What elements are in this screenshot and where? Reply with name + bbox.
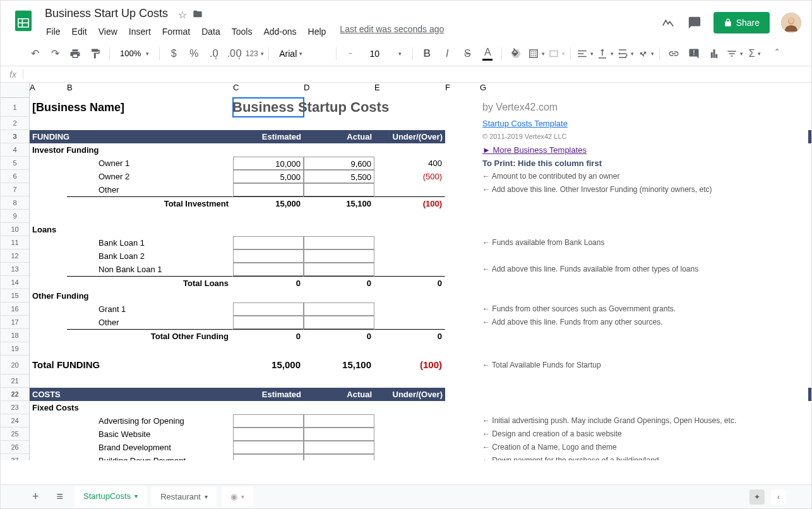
col-E[interactable]: E (374, 83, 445, 98)
format-123-dropdown[interactable]: 123 (246, 45, 263, 63)
font-dropdown[interactable]: Arial (274, 46, 331, 61)
menu-help[interactable]: Help (303, 24, 331, 39)
row-18[interactable]: 18 (1, 329, 30, 342)
row-12[interactable]: 12 (1, 249, 30, 263)
row-6[interactable]: 6 (1, 170, 30, 183)
functions-icon[interactable]: Σ (746, 45, 763, 63)
fill-color-icon[interactable] (507, 45, 525, 63)
redo-icon[interactable]: ↷ (46, 45, 64, 63)
add-sheet-button[interactable]: + (26, 486, 45, 507)
menu-edit[interactable]: Edit (67, 24, 92, 39)
menubar: File Edit View Insert Format Data Tools … (41, 24, 660, 39)
font-size-increase[interactable] (390, 45, 407, 63)
cell-A1[interactable]: [Business Name] (30, 98, 67, 117)
doc-title[interactable]: Business Start Up Costs (41, 6, 172, 21)
borders-icon[interactable] (527, 45, 545, 63)
menu-view[interactable]: View (93, 24, 122, 39)
avatar[interactable] (781, 13, 801, 33)
col-A[interactable]: A (30, 83, 67, 98)
activity-icon[interactable] (660, 15, 676, 30)
row-26[interactable]: 26 (1, 441, 30, 454)
sheets-logo[interactable] (11, 8, 36, 33)
row-13[interactable]: 13 (1, 263, 30, 276)
chart-icon[interactable] (705, 45, 723, 63)
menu-data[interactable]: Data (196, 24, 225, 39)
sheet-tab-startupcosts[interactable]: StartupCosts▾ (75, 486, 146, 507)
star-icon[interactable]: ☆ (178, 9, 187, 20)
col-G[interactable]: G (480, 83, 808, 98)
col-B[interactable]: B (67, 83, 233, 98)
row-15[interactable]: 15 (1, 289, 30, 302)
link-icon[interactable] (665, 45, 683, 63)
cell-G1[interactable]: by Vertex42.com (480, 98, 808, 117)
bold-icon[interactable]: B (418, 45, 436, 63)
cell-funding[interactable]: FUNDING (30, 130, 67, 143)
row-7[interactable]: 7 (1, 183, 30, 196)
col-F[interactable]: F (445, 83, 480, 98)
merge-cells-icon[interactable] (547, 45, 565, 63)
expand-toolbar-icon[interactable]: ˆ (768, 45, 786, 63)
share-button[interactable]: Share (713, 12, 770, 33)
zoom-dropdown[interactable]: 100% (115, 46, 154, 61)
percent-icon[interactable]: % (185, 45, 203, 63)
strikethrough-icon[interactable]: S (458, 45, 476, 63)
rotate-icon[interactable] (636, 45, 654, 63)
print-icon[interactable] (66, 45, 84, 63)
row-16[interactable]: 16 (1, 302, 30, 316)
row-23[interactable]: 23 (1, 401, 30, 414)
row-20[interactable]: 20 (1, 356, 30, 374)
valign-icon[interactable] (596, 45, 614, 63)
sheet-tab-extra[interactable]: ◉▾ (222, 487, 253, 506)
menu-tools[interactable]: Tools (227, 24, 258, 39)
explore-icon[interactable]: ✦ (749, 489, 765, 505)
text-color-icon[interactable]: A (479, 45, 496, 63)
row-1[interactable]: 1 (1, 98, 30, 117)
all-sheets-button[interactable]: ≡ (51, 486, 70, 507)
edit-status[interactable]: Last edit was seconds ago (340, 24, 444, 39)
currency-icon[interactable]: $ (165, 45, 182, 63)
row-2[interactable]: 2 (1, 117, 30, 130)
undo-icon[interactable]: ↶ (26, 45, 44, 63)
col-D[interactable]: D (304, 83, 374, 98)
select-all-corner[interactable] (1, 83, 30, 98)
italic-icon[interactable]: I (438, 45, 456, 63)
sheet-tab-restaurant[interactable]: Restaurant▾ (152, 487, 217, 506)
row-10[interactable]: 10 (1, 223, 30, 236)
row-27[interactable]: 27 (1, 454, 30, 460)
svg-point-6 (789, 17, 794, 23)
spreadsheet-grid: A B C D E F G 1 [Business Name] Business… (1, 83, 811, 460)
row-24[interactable]: 24 (1, 414, 30, 428)
row-21[interactable]: 21 (1, 374, 30, 388)
row-22[interactable]: 22 (1, 388, 30, 401)
row-17[interactable]: 17 (1, 316, 30, 329)
decrease-decimal-icon[interactable]: .0̩ (205, 45, 223, 63)
row-19[interactable]: 19 (1, 342, 30, 356)
row-4[interactable]: 4 (1, 143, 30, 157)
menu-format[interactable]: Format (157, 24, 195, 39)
wrap-icon[interactable] (616, 45, 634, 63)
more-templates-link[interactable]: ► More Business Templates (480, 143, 808, 157)
move-folder-icon[interactable] (193, 10, 203, 21)
row-5[interactable]: 5 (1, 157, 30, 170)
row-14[interactable]: 14 (1, 276, 30, 289)
halign-icon[interactable] (576, 45, 594, 63)
row-8[interactable]: 8 (1, 196, 30, 210)
col-C[interactable]: C (233, 83, 304, 98)
row-9[interactable]: 9 (1, 210, 30, 223)
font-size-decrease[interactable]: − (342, 45, 359, 63)
row-25[interactable]: 25 (1, 428, 30, 441)
cell-C1[interactable]: Business Startup Costs (233, 98, 304, 117)
comment-icon[interactable] (685, 45, 703, 63)
font-size-input[interactable]: 10 (362, 46, 387, 61)
row-11[interactable]: 11 (1, 236, 30, 249)
template-link[interactable]: Startup Costs Template (480, 117, 808, 130)
paint-format-icon[interactable] (87, 45, 104, 63)
row-3[interactable]: 3 (1, 130, 30, 143)
increase-decimal-icon[interactable]: .00̩ (225, 45, 243, 63)
filter-icon[interactable] (725, 45, 743, 63)
menu-insert[interactable]: Insert (124, 24, 156, 39)
comments-icon[interactable] (687, 15, 702, 30)
menu-addons[interactable]: Add-ons (258, 24, 301, 39)
scroll-left-icon[interactable]: ‹ (771, 489, 786, 505)
menu-file[interactable]: File (41, 24, 66, 39)
